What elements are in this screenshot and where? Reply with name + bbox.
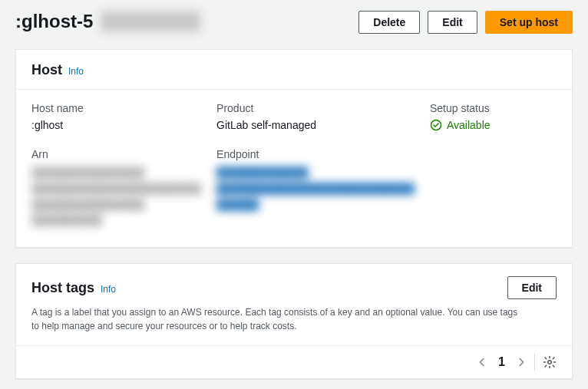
page-title-text: :glhost-5 (15, 11, 93, 32)
pager-next-icon[interactable] (516, 357, 527, 368)
page-header: :glhost-5 Delete Edit Set up host (15, 0, 573, 49)
host-tags-title: Host tags (31, 280, 94, 296)
check-circle-icon (430, 119, 442, 131)
gear-icon[interactable] (543, 355, 557, 369)
host-tags-panel: Host tags Info Edit A tag is a label tha… (15, 263, 573, 379)
status-text: Available (447, 119, 491, 131)
endpoint-value-redacted: ████████████████████████████████████████… (216, 165, 415, 213)
host-tags-footer: 1 (16, 346, 572, 378)
divider (534, 354, 535, 371)
edit-tags-button[interactable]: Edit (507, 276, 557, 299)
redacted-title-suffix (101, 12, 200, 31)
host-panel-title: Host (31, 62, 62, 78)
edit-button[interactable]: Edit (428, 11, 477, 34)
header-actions: Delete Edit Set up host (358, 11, 573, 34)
setup-host-button[interactable]: Set up host (485, 11, 573, 34)
arn-label: Arn (31, 148, 201, 160)
host-name-value: :glhost (31, 119, 201, 131)
page-title: :glhost-5 (15, 11, 200, 32)
product-label: Product (216, 102, 415, 114)
host-tags-info-link[interactable]: Info (101, 284, 116, 295)
status-label: Setup status (430, 102, 557, 114)
arn-field: Arn ████████████████████████████████████… (31, 148, 201, 229)
host-info-link[interactable]: Info (68, 66, 84, 77)
svg-point-1 (548, 361, 552, 364)
delete-button[interactable]: Delete (358, 11, 420, 34)
status-value: Available (430, 119, 557, 131)
arn-value-redacted: ████████████████████████████████████████… (31, 165, 201, 229)
product-value: GitLab self-managed (216, 119, 415, 131)
status-field: Setup status Available (430, 102, 557, 131)
host-panel-header: Host Info (16, 50, 572, 90)
host-name-label: Host name (31, 102, 201, 114)
host-panel: Host Info Host name :glhost Product GitL… (15, 49, 573, 248)
endpoint-field: Endpoint ███████████████████████████████… (216, 148, 415, 229)
host-name-field: Host name :glhost (31, 102, 201, 131)
pager-page-number: 1 (498, 355, 505, 369)
product-field: Product GitLab self-managed (216, 102, 415, 131)
pager-prev-icon[interactable] (477, 357, 487, 368)
host-tags-description: A tag is a label that you assign to an A… (31, 305, 523, 333)
pager: 1 (477, 355, 527, 369)
endpoint-label: Endpoint (216, 148, 415, 160)
host-panel-body: Host name :glhost Product GitLab self-ma… (16, 90, 572, 247)
host-tags-header: Host tags Info Edit (16, 264, 572, 305)
